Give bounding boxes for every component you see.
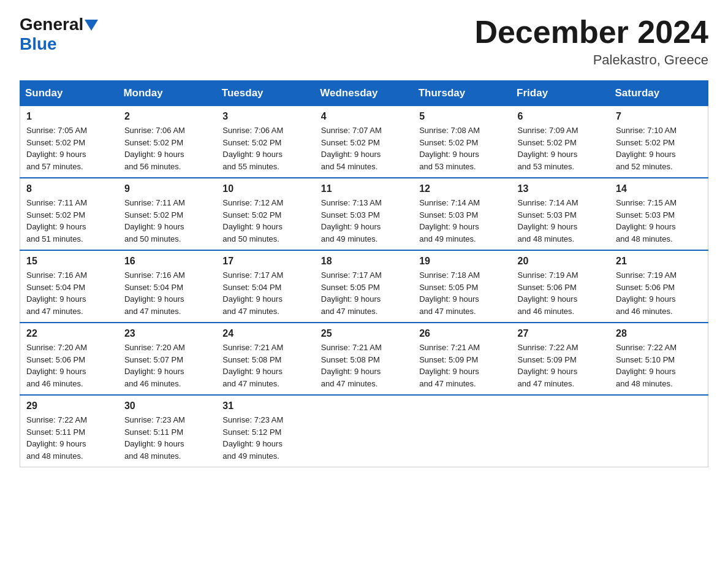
day-info: Sunrise: 7:06 AMSunset: 5:02 PMDaylight:…: [222, 124, 308, 172]
calendar-cell: 5Sunrise: 7:08 AMSunset: 5:02 PMDaylight…: [413, 106, 511, 178]
day-info: Sunrise: 7:05 AMSunset: 5:02 PMDaylight:…: [26, 124, 112, 172]
day-info: Sunrise: 7:20 AMSunset: 5:06 PMDaylight:…: [26, 342, 112, 389]
day-info: Sunrise: 7:11 AMSunset: 5:02 PMDaylight:…: [124, 197, 210, 245]
month-title: December 2024: [474, 15, 708, 50]
svg-marker-0: [85, 20, 98, 31]
logo-general-text: General: [20, 15, 83, 34]
day-number: 19: [419, 256, 505, 267]
day-info: Sunrise: 7:16 AMSunset: 5:04 PMDaylight:…: [26, 269, 112, 317]
day-info: Sunrise: 7:09 AMSunset: 5:02 PMDaylight:…: [518, 124, 604, 172]
day-number: 20: [518, 256, 604, 267]
day-info: Sunrise: 7:16 AMSunset: 5:04 PMDaylight:…: [124, 269, 210, 317]
day-number: 23: [124, 328, 210, 339]
day-number: 31: [222, 400, 308, 412]
calendar-table: SundayMondayTuesdayWednesdayThursdayFrid…: [20, 80, 708, 467]
calendar-cell: 2Sunrise: 7:06 AMSunset: 5:02 PMDaylight…: [118, 106, 216, 178]
day-number: 16: [124, 256, 210, 267]
calendar-cell: 10Sunrise: 7:12 AMSunset: 5:02 PMDayligh…: [216, 178, 314, 250]
day-info: Sunrise: 7:10 AMSunset: 5:02 PMDaylight:…: [616, 124, 702, 172]
day-info: Sunrise: 7:21 AMSunset: 5:08 PMDaylight:…: [222, 342, 308, 389]
day-number: 18: [321, 256, 407, 267]
calendar-cell: [512, 395, 610, 467]
day-number: 30: [124, 400, 210, 412]
day-info: Sunrise: 7:19 AMSunset: 5:06 PMDaylight:…: [518, 269, 604, 317]
calendar-cell: 31Sunrise: 7:23 AMSunset: 5:12 PMDayligh…: [216, 395, 314, 467]
calendar-cell: 7Sunrise: 7:10 AMSunset: 5:02 PMDaylight…: [610, 106, 708, 178]
day-number: 14: [616, 183, 702, 194]
calendar-cell: 21Sunrise: 7:19 AMSunset: 5:06 PMDayligh…: [610, 250, 708, 323]
day-number: 24: [222, 328, 308, 339]
calendar-cell: [413, 395, 511, 467]
day-info: Sunrise: 7:08 AMSunset: 5:02 PMDaylight:…: [419, 124, 505, 172]
day-number: 26: [419, 328, 505, 339]
calendar-cell: 20Sunrise: 7:19 AMSunset: 5:06 PMDayligh…: [512, 250, 610, 323]
day-number: 13: [518, 183, 604, 194]
day-info: Sunrise: 7:07 AMSunset: 5:02 PMDaylight:…: [321, 124, 407, 172]
calendar-cell: 11Sunrise: 7:13 AMSunset: 5:03 PMDayligh…: [315, 178, 413, 250]
calendar-week-row: 15Sunrise: 7:16 AMSunset: 5:04 PMDayligh…: [20, 250, 708, 323]
day-number: 2: [124, 111, 210, 122]
day-number: 21: [616, 256, 702, 267]
day-number: 6: [518, 111, 604, 122]
day-number: 3: [222, 111, 308, 122]
calendar-week-row: 22Sunrise: 7:20 AMSunset: 5:06 PMDayligh…: [20, 323, 708, 395]
column-header-sunday: Sunday: [20, 81, 118, 106]
day-info: Sunrise: 7:23 AMSunset: 5:11 PMDaylight:…: [124, 414, 210, 462]
day-number: 4: [321, 111, 407, 122]
logo-triangle-icon: [85, 20, 98, 31]
day-number: 25: [321, 328, 407, 339]
calendar-cell: 3Sunrise: 7:06 AMSunset: 5:02 PMDaylight…: [216, 106, 314, 178]
calendar-cell: 23Sunrise: 7:20 AMSunset: 5:07 PMDayligh…: [118, 323, 216, 395]
calendar-cell: 27Sunrise: 7:22 AMSunset: 5:09 PMDayligh…: [512, 323, 610, 395]
calendar-cell: 17Sunrise: 7:17 AMSunset: 5:04 PMDayligh…: [216, 250, 314, 323]
day-number: 10: [222, 183, 308, 194]
calendar-cell: 29Sunrise: 7:22 AMSunset: 5:11 PMDayligh…: [20, 395, 118, 467]
calendar-cell: 25Sunrise: 7:21 AMSunset: 5:08 PMDayligh…: [315, 323, 413, 395]
column-header-thursday: Thursday: [413, 81, 511, 106]
calendar-week-row: 8Sunrise: 7:11 AMSunset: 5:02 PMDaylight…: [20, 178, 708, 250]
column-header-tuesday: Tuesday: [216, 81, 314, 106]
column-header-wednesday: Wednesday: [315, 81, 413, 106]
day-info: Sunrise: 7:17 AMSunset: 5:04 PMDaylight:…: [222, 269, 308, 317]
calendar-cell: 26Sunrise: 7:21 AMSunset: 5:09 PMDayligh…: [413, 323, 511, 395]
day-number: 5: [419, 111, 505, 122]
day-number: 29: [26, 400, 112, 412]
day-number: 27: [518, 328, 604, 339]
calendar-cell: 1Sunrise: 7:05 AMSunset: 5:02 PMDaylight…: [20, 106, 118, 178]
day-info: Sunrise: 7:20 AMSunset: 5:07 PMDaylight:…: [124, 342, 210, 389]
day-number: 1: [26, 111, 112, 122]
logo: General Blue: [20, 15, 98, 54]
day-info: Sunrise: 7:19 AMSunset: 5:06 PMDaylight:…: [616, 269, 702, 317]
day-info: Sunrise: 7:11 AMSunset: 5:02 PMDaylight:…: [26, 197, 112, 245]
day-info: Sunrise: 7:06 AMSunset: 5:02 PMDaylight:…: [124, 124, 210, 172]
location-label: Palekastro, Greece: [474, 52, 708, 68]
calendar-header-row: SundayMondayTuesdayWednesdayThursdayFrid…: [20, 81, 708, 106]
column-header-saturday: Saturday: [610, 81, 708, 106]
calendar-cell: 24Sunrise: 7:21 AMSunset: 5:08 PMDayligh…: [216, 323, 314, 395]
day-number: 17: [222, 256, 308, 267]
day-number: 15: [26, 256, 112, 267]
calendar-cell: 8Sunrise: 7:11 AMSunset: 5:02 PMDaylight…: [20, 178, 118, 250]
day-info: Sunrise: 7:14 AMSunset: 5:03 PMDaylight:…: [419, 197, 505, 245]
calendar-cell: 16Sunrise: 7:16 AMSunset: 5:04 PMDayligh…: [118, 250, 216, 323]
day-info: Sunrise: 7:21 AMSunset: 5:08 PMDaylight:…: [321, 342, 407, 389]
calendar-week-row: 29Sunrise: 7:22 AMSunset: 5:11 PMDayligh…: [20, 395, 708, 467]
day-info: Sunrise: 7:18 AMSunset: 5:05 PMDaylight:…: [419, 269, 505, 317]
logo-blue-text: Blue: [20, 34, 57, 54]
calendar-cell: 19Sunrise: 7:18 AMSunset: 5:05 PMDayligh…: [413, 250, 511, 323]
day-info: Sunrise: 7:22 AMSunset: 5:10 PMDaylight:…: [616, 342, 702, 389]
calendar-cell: 18Sunrise: 7:17 AMSunset: 5:05 PMDayligh…: [315, 250, 413, 323]
calendar-cell: 15Sunrise: 7:16 AMSunset: 5:04 PMDayligh…: [20, 250, 118, 323]
day-info: Sunrise: 7:14 AMSunset: 5:03 PMDaylight:…: [518, 197, 604, 245]
calendar-cell: 28Sunrise: 7:22 AMSunset: 5:10 PMDayligh…: [610, 323, 708, 395]
day-number: 8: [26, 183, 112, 194]
day-number: 12: [419, 183, 505, 194]
calendar-cell: 12Sunrise: 7:14 AMSunset: 5:03 PMDayligh…: [413, 178, 511, 250]
calendar-cell: 22Sunrise: 7:20 AMSunset: 5:06 PMDayligh…: [20, 323, 118, 395]
day-info: Sunrise: 7:17 AMSunset: 5:05 PMDaylight:…: [321, 269, 407, 317]
day-number: 9: [124, 183, 210, 194]
day-info: Sunrise: 7:22 AMSunset: 5:09 PMDaylight:…: [518, 342, 604, 389]
title-area: December 2024 Palekastro, Greece: [474, 15, 708, 68]
day-info: Sunrise: 7:22 AMSunset: 5:11 PMDaylight:…: [26, 414, 112, 462]
calendar-cell: 4Sunrise: 7:07 AMSunset: 5:02 PMDaylight…: [315, 106, 413, 178]
